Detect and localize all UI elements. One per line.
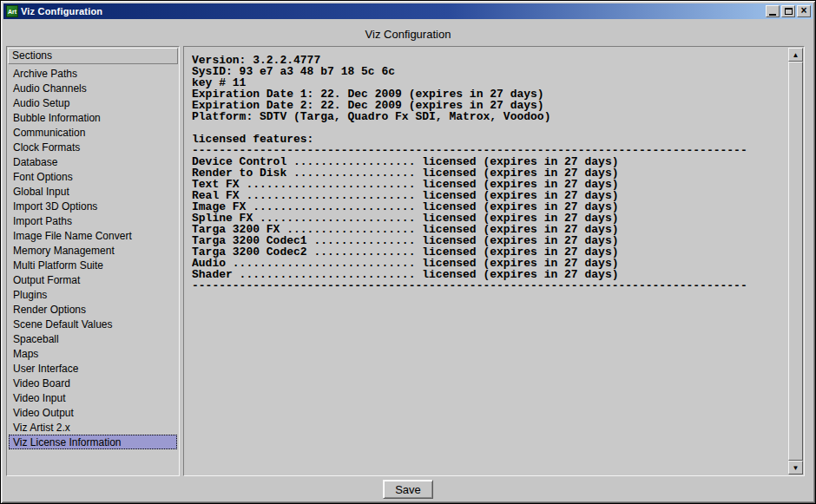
scrollbar-track[interactable] xyxy=(788,62,803,461)
close-button[interactable]: × xyxy=(797,5,811,17)
minimize-button[interactable] xyxy=(766,5,780,17)
maximize-button[interactable] xyxy=(781,5,795,17)
sidebar-item[interactable]: Render Options xyxy=(9,302,177,317)
sections-header: Sections xyxy=(8,48,178,64)
sidebar-item[interactable]: Font Options xyxy=(9,169,177,184)
license-info-panel: Version: 3.2.2.4777 SysID: 93 e7 a3 48 b… xyxy=(183,46,805,476)
sidebar-item[interactable]: Multi Platform Suite xyxy=(9,258,177,272)
sidebar-item[interactable]: Image File Name Convert xyxy=(9,228,177,243)
window-title: Viz Configuration xyxy=(21,6,766,16)
arrow-up-icon: ▲ xyxy=(793,51,800,59)
viz-app-icon-text: Art xyxy=(8,9,16,15)
sidebar-item[interactable]: Database xyxy=(9,154,177,169)
sidebar-item[interactable]: Maps xyxy=(9,346,177,361)
sidebar-item[interactable]: Output Format xyxy=(9,272,177,287)
sidebar-item[interactable]: Import Paths xyxy=(9,213,177,228)
sidebar-item[interactable]: Audio Channels xyxy=(9,81,177,95)
sidebar-item[interactable]: Audio Setup xyxy=(9,95,177,110)
sidebar-item[interactable]: Video Input xyxy=(9,390,177,405)
sidebar-item[interactable]: Clock Formats xyxy=(9,140,177,154)
scrollbar-thumb[interactable] xyxy=(788,62,803,461)
content-scrollbar[interactable]: ▲ ▼ xyxy=(788,48,803,475)
sections-list: Archive PathsAudio ChannelsAudio SetupBu… xyxy=(7,66,179,449)
save-button[interactable]: Save xyxy=(383,480,433,499)
sidebar-item[interactable]: Scene Default Values xyxy=(9,317,177,331)
sections-panel: Sections Archive PathsAudio ChannelsAudi… xyxy=(6,46,180,476)
sidebar-item[interactable]: Global Input xyxy=(9,184,177,199)
sidebar-item[interactable]: Video Board xyxy=(9,376,177,390)
license-text: Version: 3.2.2.4777 SysID: 93 e7 a3 48 b… xyxy=(192,55,785,472)
minimize-icon xyxy=(769,14,776,16)
viz-configuration-window: Art Viz Configuration × Viz Configuratio… xyxy=(0,0,816,504)
sidebar-item[interactable]: Video Output xyxy=(9,405,177,420)
sidebar-item[interactable]: Bubble Information xyxy=(9,110,177,125)
sidebar-item[interactable]: Viz Artist 2.x xyxy=(9,420,177,435)
titlebar-buttons: × xyxy=(766,5,811,17)
sidebar-item[interactable]: Memory Management xyxy=(9,243,177,258)
sidebar-item[interactable]: Archive Paths xyxy=(9,66,177,81)
close-icon: × xyxy=(800,5,806,16)
viz-app-icon: Art xyxy=(6,5,18,17)
page-title: Viz Configuration xyxy=(1,28,815,41)
maximize-icon xyxy=(785,8,793,15)
scroll-up-button[interactable]: ▲ xyxy=(788,48,803,62)
sidebar-item[interactable]: Spaceball xyxy=(9,331,177,346)
sidebar-item[interactable]: Import 3D Options xyxy=(9,199,177,213)
arrow-down-icon: ▼ xyxy=(793,464,800,472)
scroll-down-button[interactable]: ▼ xyxy=(788,461,803,475)
sidebar-item[interactable]: Communication xyxy=(9,125,177,140)
sidebar-item[interactable]: Viz License Information xyxy=(9,435,177,449)
sidebar-item[interactable]: User Interface xyxy=(9,361,177,376)
sidebar-item[interactable]: Plugins xyxy=(9,287,177,302)
titlebar[interactable]: Art Viz Configuration × xyxy=(3,3,813,19)
